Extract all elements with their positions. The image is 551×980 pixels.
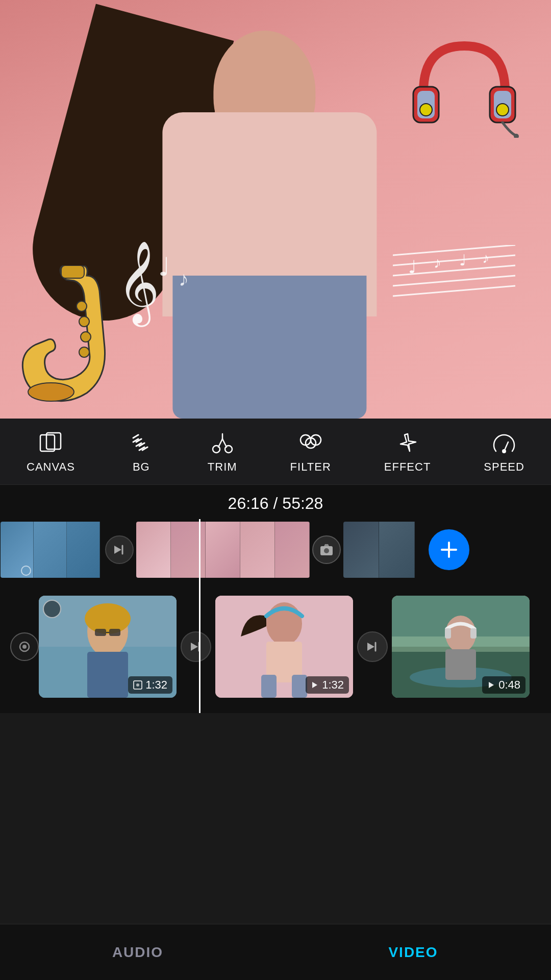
canvas-label: CANVAS: [27, 460, 75, 474]
effect-icon: [394, 430, 421, 456]
transition-1[interactable]: [105, 535, 134, 564]
clips-row: 1:32: [0, 580, 551, 713]
svg-text:♩: ♩: [459, 252, 466, 268]
playhead: [199, 519, 201, 580]
svg-rect-11: [61, 265, 84, 278]
headphones-sticker: [408, 31, 520, 138]
filmstrip-track: [0, 519, 551, 580]
svg-marker-70: [312, 682, 317, 688]
clip-card-2[interactable]: 1:32: [215, 596, 353, 698]
filter-tool[interactable]: FILTER: [280, 425, 341, 479]
svg-point-8: [79, 316, 89, 327]
bottom-tabs: AUDIO VIDEO: [0, 924, 551, 980]
clip-card-3[interactable]: 0:48: [392, 596, 530, 698]
svg-text:♪: ♪: [179, 267, 189, 290]
svg-rect-59: [109, 629, 120, 636]
music-lines-sticker: ♩ ♪ ♩ ♪: [393, 245, 525, 306]
filter-label: FILTER: [290, 460, 331, 474]
music-notes-sticker: 𝄞 ♩ ♪: [107, 240, 209, 332]
tab-audio[interactable]: AUDIO: [0, 944, 276, 961]
svg-point-4: [420, 104, 432, 116]
time-display: 26:16 / 55:28: [228, 494, 323, 512]
svg-point-62: [136, 683, 139, 687]
svg-text:♩: ♩: [408, 257, 417, 277]
bg-tool[interactable]: BG: [118, 425, 165, 479]
svg-line-19: [393, 276, 515, 286]
filmstrip-clip-2[interactable]: [136, 522, 310, 578]
trim-icon: [209, 430, 236, 456]
svg-point-5: [496, 104, 509, 116]
speed-tool[interactable]: SPEED: [473, 425, 535, 479]
canvas-icon: [37, 430, 64, 456]
svg-marker-63: [191, 643, 198, 651]
svg-point-12: [28, 383, 74, 401]
add-clip-button[interactable]: [429, 529, 469, 570]
record-circle-left[interactable]: [10, 632, 39, 661]
video-tab-label: VIDEO: [388, 944, 438, 961]
filmstrip-clip-3[interactable]: [343, 522, 420, 578]
svg-marker-45: [114, 546, 121, 554]
trim-tool[interactable]: TRIM: [197, 425, 247, 479]
person-figure: [121, 0, 417, 419]
svg-marker-42: [400, 434, 416, 451]
svg-rect-68: [261, 675, 277, 698]
bg-icon: [128, 430, 155, 456]
time-indicator: 26:16 / 55:28: [0, 485, 551, 519]
transition-btn-1[interactable]: [181, 631, 211, 662]
effect-label: EFFECT: [384, 460, 431, 474]
clip-thumbnail-1: 1:32: [39, 596, 177, 698]
svg-point-52: [22, 645, 27, 649]
filter-icon: [297, 430, 324, 456]
toolbar: CANVAS BG TRIM: [0, 419, 551, 485]
svg-rect-79: [445, 628, 451, 639]
audio-tab-label: AUDIO: [112, 944, 163, 961]
svg-point-7: [77, 301, 87, 311]
svg-line-37: [222, 439, 227, 447]
svg-rect-56: [87, 652, 128, 698]
svg-text:♩: ♩: [158, 253, 170, 281]
clip-thumbnail-2: 1:32: [215, 596, 353, 698]
timeline-area: 26:16 / 55:28: [0, 485, 551, 713]
svg-point-44: [503, 450, 506, 453]
svg-line-16: [393, 245, 515, 255]
clip-2-duration: 1:32: [306, 676, 349, 694]
clips-playhead: [199, 580, 201, 713]
preview-area: 𝄞 ♩ ♪ ♩ ♪ ♩ ♪: [0, 0, 551, 419]
clip-card-1[interactable]: 1:32: [39, 596, 177, 698]
svg-marker-81: [489, 682, 494, 688]
clip-1-duration: 1:32: [128, 676, 172, 694]
effect-tool[interactable]: EFFECT: [374, 425, 441, 479]
clip-3-duration: 0:48: [482, 676, 525, 694]
svg-point-48: [324, 548, 329, 553]
svg-point-10: [79, 347, 89, 357]
svg-rect-80: [470, 628, 477, 639]
filmstrip[interactable]: [0, 519, 551, 580]
svg-text:♪: ♪: [482, 250, 489, 266]
clip-thumbnail-3: 0:48: [392, 596, 530, 698]
transition-btn-2[interactable]: [357, 631, 388, 662]
svg-rect-69: [292, 675, 307, 698]
svg-text:♪: ♪: [434, 254, 441, 271]
speed-icon: [491, 430, 517, 456]
camera-selector[interactable]: [312, 535, 341, 564]
svg-line-27: [133, 435, 138, 438]
bg-label: BG: [133, 460, 150, 474]
svg-point-9: [81, 332, 91, 342]
filmstrip-clip-1[interactable]: [1, 522, 103, 578]
svg-rect-78: [445, 649, 476, 680]
svg-text:𝄞: 𝄞: [117, 242, 160, 327]
svg-line-36: [218, 439, 222, 447]
svg-rect-58: [95, 629, 106, 636]
speed-label: SPEED: [484, 460, 524, 474]
canvas-tool[interactable]: CANVAS: [16, 425, 85, 479]
svg-line-20: [393, 286, 515, 296]
tab-video[interactable]: VIDEO: [276, 944, 551, 961]
svg-point-57: [85, 603, 131, 634]
trim-label: TRIM: [208, 460, 237, 474]
clip-1-record: [43, 600, 61, 618]
svg-marker-71: [367, 643, 374, 651]
